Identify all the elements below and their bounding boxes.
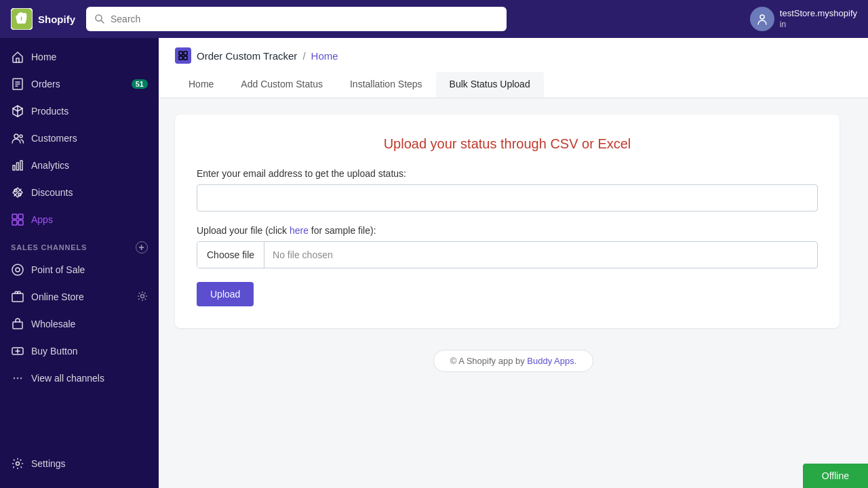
sidebar-item-settings[interactable]: Settings	[0, 450, 159, 477]
svg-point-1	[96, 15, 102, 21]
upload-title: Upload your status through CSV or Excel	[197, 136, 818, 152]
account-info: testStore.myshopify in	[780, 8, 857, 30]
svg-point-31	[20, 378, 22, 379]
ellipsis-icon	[11, 371, 24, 385]
svg-point-24	[141, 294, 144, 298]
search-icon	[94, 14, 105, 24]
tab-add-custom-status[interactable]: Add Custom Status	[227, 72, 336, 98]
file-name-display: No file chosen	[264, 244, 341, 266]
page-header: Order Custom Tracker / Home Home Add Cus…	[159, 38, 868, 98]
analytics-icon	[11, 159, 24, 172]
sidebar-label-customers: Customers	[31, 133, 77, 144]
breadcrumb: Order Custom Tracker / Home	[175, 47, 852, 64]
sidebar-item-view-all-channels[interactable]: View all channels	[0, 365, 159, 392]
online-store-icon	[11, 290, 24, 304]
add-sales-channel-button[interactable]: +	[136, 241, 148, 253]
sidebar-item-wholesale[interactable]: Wholesale	[0, 310, 159, 338]
breadcrumb-separator: /	[302, 50, 305, 62]
svg-point-21	[12, 264, 23, 275]
sidebar-item-home[interactable]: Home	[0, 43, 159, 70]
sidebar-item-buy-button[interactable]: Buy Button	[0, 338, 159, 365]
products-icon	[11, 104, 24, 118]
sidebar-label-buy-button: Buy Button	[31, 346, 78, 357]
shopify-logo-icon	[11, 8, 33, 30]
svg-rect-35	[179, 56, 182, 60]
tab-bulk-status-upload[interactable]: Bulk Status Upload	[436, 72, 544, 98]
main-layout: Home Orders 51 Products Customers	[0, 38, 868, 488]
svg-point-3	[760, 15, 764, 19]
svg-rect-20	[18, 220, 23, 225]
settings-icon	[11, 457, 24, 470]
sample-file-link[interactable]: here	[290, 225, 309, 236]
sidebar: Home Orders 51 Products Customers	[0, 38, 159, 488]
sidebar-item-point-of-sale[interactable]: Point of Sale	[0, 256, 159, 283]
email-label: Enter your email address to get the uplo…	[197, 168, 818, 179]
apps-icon	[11, 213, 24, 226]
footer-link[interactable]: Buddy Apps	[527, 356, 574, 366]
sidebar-label-wholesale: Wholesale	[31, 319, 75, 329]
search-bar	[86, 7, 507, 31]
sidebar-label-orders: Orders	[31, 79, 60, 89]
sidebar-bottom: Settings	[0, 450, 159, 483]
svg-rect-11	[13, 165, 15, 170]
app-icon-svg	[178, 51, 188, 60]
sidebar-label-analytics: Analytics	[31, 160, 69, 171]
sidebar-item-apps[interactable]: Apps	[0, 206, 159, 233]
sidebar-item-analytics[interactable]: Analytics	[0, 152, 159, 179]
avatar-icon	[755, 12, 769, 26]
shopify-logo[interactable]: Shopify	[11, 8, 75, 30]
svg-point-10	[20, 135, 22, 138]
file-label-suffix: for sample file):	[309, 225, 376, 236]
breadcrumb-home-link[interactable]: Home	[311, 50, 338, 62]
footer-pill: © A Shopify app by Buddy Apps.	[433, 350, 594, 372]
tab-home[interactable]: Home	[175, 72, 227, 98]
upload-button[interactable]: Upload	[197, 282, 254, 306]
svg-rect-17	[12, 214, 17, 219]
sidebar-item-online-store[interactable]: Online Store	[0, 283, 159, 310]
header-right: testStore.myshopify in	[750, 7, 857, 31]
sidebar-label-pos: Point of Sale	[31, 264, 85, 275]
search-input[interactable]	[111, 14, 498, 24]
sidebar-item-discounts[interactable]: Discounts	[0, 179, 159, 206]
upload-card: Upload your status through CSV or Excel …	[175, 115, 840, 328]
sidebar-item-customers[interactable]: Customers	[0, 125, 159, 152]
sidebar-label-apps: Apps	[31, 214, 53, 225]
online-store-settings-icon[interactable]	[137, 291, 148, 304]
svg-point-32	[16, 462, 20, 466]
svg-rect-13	[20, 161, 22, 170]
wholesale-icon	[11, 317, 24, 331]
sales-channels-section: SALES CHANNELS +	[0, 233, 159, 256]
home-icon	[11, 50, 24, 64]
svg-point-29	[14, 378, 15, 379]
sidebar-label-discounts: Discounts	[31, 187, 73, 198]
shopify-wordmark: Shopify	[38, 14, 75, 25]
file-input-wrapper: Choose file No file chosen	[197, 241, 818, 268]
footer-credit: © A Shopify app by Buddy Apps.	[175, 328, 852, 386]
svg-point-22	[16, 268, 20, 272]
store-name: testStore.myshopify	[780, 8, 857, 20]
footer-prefix: © A Shopify app by	[450, 356, 528, 366]
svg-point-9	[14, 134, 18, 138]
sidebar-item-orders[interactable]: Orders 51	[0, 70, 159, 98]
svg-point-30	[17, 378, 18, 379]
login-status: in	[780, 20, 857, 30]
pos-icon	[11, 263, 24, 277]
sidebar-item-products[interactable]: Products	[0, 98, 159, 125]
svg-rect-34	[184, 52, 187, 55]
sidebar-label-online-store: Online Store	[31, 291, 84, 302]
sales-channels-label: SALES CHANNELS	[11, 243, 87, 251]
svg-rect-33	[179, 52, 182, 55]
top-header: Shopify testStore.myshopify in	[0, 0, 868, 38]
svg-rect-18	[18, 214, 23, 219]
svg-line-2	[102, 21, 104, 24]
svg-rect-25	[13, 322, 22, 329]
avatar[interactable]	[750, 7, 774, 31]
file-label-prefix: Upload your file (click	[197, 225, 290, 236]
sidebar-label-products: Products	[31, 106, 68, 117]
customers-icon	[11, 131, 24, 145]
app-icon	[175, 47, 191, 64]
choose-file-button[interactable]: Choose file	[197, 242, 264, 268]
orders-badge: 51	[132, 79, 148, 89]
tab-installation-steps[interactable]: Installation Steps	[336, 72, 436, 98]
email-input[interactable]	[197, 184, 818, 211]
